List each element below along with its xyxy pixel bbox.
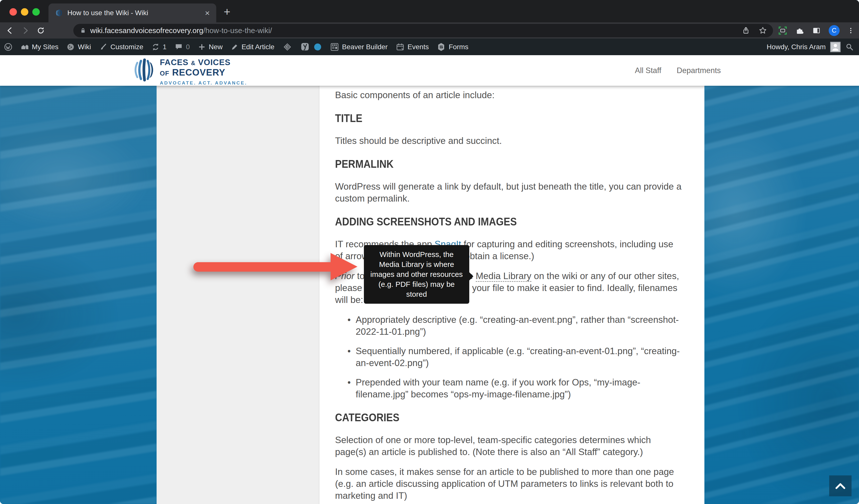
browser-tab[interactable]: How to use the Wiki - Wiki × [48, 3, 216, 22]
tooltip-line: Within WordPress, the [370, 249, 463, 259]
tooltip-line: images and other resources [370, 270, 463, 279]
list-item: Sequentially numbered, if applicable (e.… [347, 345, 683, 369]
categories-p2: In some cases, it makes sense for an art… [335, 466, 683, 502]
customize-brush-icon [99, 43, 107, 51]
comment-count: 0 [186, 43, 190, 51]
my-sites-label: My Sites [32, 43, 58, 51]
adminbar-diamond-plugin[interactable] [278, 39, 296, 55]
extensions-puzzle-icon[interactable] [795, 26, 804, 35]
events-calendar-icon [396, 43, 405, 51]
wp-logo-menu[interactable] [0, 39, 16, 55]
update-count: 1 [163, 43, 167, 51]
tooltip-line: stored [370, 289, 463, 299]
favicon-swirl-icon [55, 9, 62, 17]
adminbar-wiki-site[interactable]: Wiki [62, 39, 95, 55]
forms-label: Forms [449, 43, 468, 51]
events-label: Events [408, 43, 429, 51]
heading-title: TITLE [335, 112, 683, 124]
media-library-tooltip: Within WordPress, the Media Library is w… [364, 245, 469, 304]
logo-word2: VOICES [198, 58, 231, 67]
logo-amp: & [191, 60, 195, 66]
logo-word3: RECOVERY [172, 67, 225, 78]
adminbar-new[interactable]: New [194, 39, 227, 55]
scroll-to-top-button[interactable] [829, 475, 852, 496]
categories-p1: Selection of one or more top-level, team… [335, 434, 683, 458]
tab-close-icon[interactable]: × [205, 9, 210, 17]
nav-item-all-staff[interactable]: All Staff [635, 66, 661, 75]
adminbar-my-sites[interactable]: My Sites [16, 39, 62, 55]
tooltip-line: Media Library is where [370, 259, 463, 270]
new-tab-button[interactable]: + [224, 6, 230, 17]
header-shadow [156, 86, 704, 90]
article-intro: Basic components of an article include: [335, 89, 683, 101]
gravity-forms-icon [437, 43, 446, 51]
yoast-status-dot-icon [313, 43, 322, 51]
site-header: FACES & VOICES OF RECOVERY ADVOCATE. ACT… [0, 55, 859, 86]
address-bar[interactable]: wiki.facesandvoicesofrecovery.org/how-to… [73, 24, 773, 37]
adminbar-forms[interactable]: Forms [433, 39, 472, 55]
adminbar-yoast[interactable] [296, 39, 326, 55]
adminbar-comments[interactable]: 0 [170, 39, 194, 55]
adminbar-customize[interactable]: Customize [95, 39, 147, 55]
close-window-button[interactable] [10, 8, 17, 16]
lock-icon [79, 27, 87, 34]
faces-voices-emblem-icon [131, 58, 156, 82]
edit-article-label: Edit Article [242, 43, 274, 51]
nav-item-departments[interactable]: Departments [677, 66, 721, 75]
url-text: wiki.facesandvoicesofrecovery.org/how-to… [90, 26, 272, 35]
background-photo-right [704, 86, 859, 504]
bookmark-star-icon[interactable] [758, 26, 767, 35]
beaver-builder-label: Beaver Builder [342, 43, 388, 51]
adminbar-edit-article[interactable]: Edit Article [227, 39, 278, 55]
edit-pencil-icon [231, 43, 239, 51]
red-annotation-arrow [193, 253, 358, 280]
red-arrow-head [331, 253, 358, 280]
my-sites-icon [20, 43, 29, 51]
list-item: Appropriately descriptive (e.g. “creatin… [347, 314, 683, 338]
media-library-link[interactable]: Media Library [476, 271, 531, 282]
howdy-label[interactable]: Howdy, Chris Aram [767, 43, 826, 51]
list-item: Prepended with your team name (e.g. if y… [347, 377, 683, 400]
tooltip-line: (e.g. PDF files) may be [370, 279, 463, 289]
url-host: wiki.facesandvoicesofrecovery.org [90, 26, 203, 34]
red-arrow-shaft [193, 262, 332, 272]
wiki-site-icon [66, 43, 75, 51]
heading-screenshots: ADDING SCREENSHOTS AND IMAGES [335, 215, 683, 228]
new-label: New [209, 43, 223, 51]
beaver-builder-grid-icon [330, 43, 339, 51]
forward-icon[interactable] [20, 25, 31, 36]
logo-text: FACES & VOICES OF RECOVERY ADVOCATE. ACT… [160, 58, 247, 85]
screenshot-extension-icon[interactable] [778, 26, 787, 35]
adminbar-search-icon[interactable] [845, 43, 854, 51]
filename-guidelines-list: Appropriately descriptive (e.g. “creatin… [335, 314, 683, 400]
background-photo-left [0, 86, 156, 504]
heading-categories: CATEGORIES [335, 411, 683, 424]
window-controls [10, 8, 40, 16]
browser-toolbar: wiki.facesandvoicesofrecovery.org/how-to… [0, 22, 859, 39]
sidebar-column [156, 86, 319, 504]
main-nav: All Staff Departments [635, 55, 721, 86]
reload-icon[interactable] [35, 25, 46, 36]
tab-strip: How to use the Wiki - Wiki × + [0, 0, 859, 22]
customize-label: Customize [110, 43, 143, 51]
share-icon[interactable] [742, 26, 750, 35]
zoom-window-button[interactable] [32, 8, 40, 16]
minimize-window-button[interactable] [21, 8, 28, 16]
plus-icon [198, 43, 206, 51]
profile-avatar[interactable]: C [829, 25, 840, 36]
tab-title: How to use the Wiki - Wiki [67, 9, 200, 17]
updates-icon [151, 43, 160, 51]
logo-word1: FACES [160, 58, 189, 67]
adminbar-beaver-builder[interactable]: Beaver Builder [326, 39, 392, 55]
side-panel-icon[interactable] [812, 26, 821, 35]
url-path: /how-to-use-the-wiki/ [203, 26, 272, 34]
adminbar-updates[interactable]: 1 [147, 39, 171, 55]
user-avatar[interactable] [830, 42, 841, 52]
back-icon[interactable] [4, 25, 15, 36]
site-logo[interactable]: FACES & VOICES OF RECOVERY ADVOCATE. ACT… [131, 58, 247, 85]
wordpress-logo-icon [4, 43, 12, 51]
browser-menu-dots-icon[interactable] [847, 27, 855, 34]
browser-window: How to use the Wiki - Wiki × + wiki.face… [0, 0, 859, 504]
adminbar-events[interactable]: Events [392, 39, 433, 55]
wp-admin-bar: My Sites Wiki Customize 1 0 [0, 39, 859, 55]
